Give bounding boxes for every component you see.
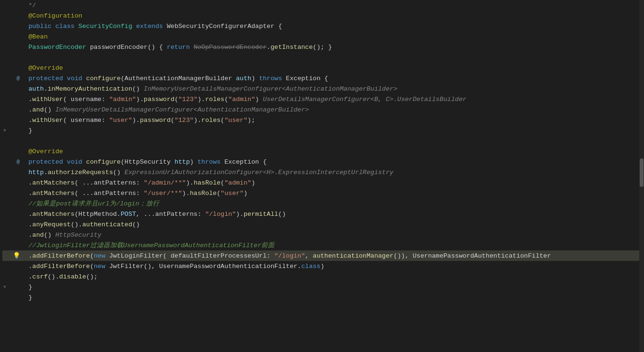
code-line: .addFilterBefore(new JwtFilter(), Userna… [2, 261, 644, 271]
line-text: http.authorizeRequests() ExpressionUrlAu… [26, 169, 644, 176]
code-line: } [2, 292, 644, 303]
fold-arrow-icon[interactable]: ▼ [3, 285, 6, 290]
code-line: */ [2, 0, 644, 10]
line-text: .and() InMemoryUserDetailsManagerConfigu… [26, 106, 644, 113]
line-text [26, 138, 644, 145]
scrollbar[interactable] [639, 0, 644, 352]
code-content: */ @Configuration public class SecurityC… [0, 0, 644, 352]
line-text: .addFilterBefore(new JwtFilter(), Userna… [26, 263, 644, 270]
code-line: @ protected void configure(Authenticatio… [2, 73, 644, 83]
line-text: PasswordEncoder passwordEncoder() { retu… [26, 44, 644, 51]
line-text: protected void configure(AuthenticationM… [26, 75, 644, 82]
code-line: .antMatchers( ...antPatterns: "/admin/**… [2, 177, 644, 188]
code-line: //JwtLoginFilter过滤器加载UsernamePasswordAut… [2, 240, 644, 250]
line-text: } [26, 294, 644, 301]
line-text: @Bean [26, 33, 644, 40]
scrollbar-thumb[interactable] [640, 158, 644, 187]
warning-bulb-icon[interactable]: 💡 [13, 252, 20, 259]
line-text: .addFilterBefore(new JwtLoginFilter( def… [26, 252, 644, 259]
line-text: @Override [26, 65, 644, 72]
line-text: */ [26, 2, 644, 9]
code-line: .withUser( username: "user").password("1… [2, 115, 644, 125]
code-line: .anyRequest().authenticated() [2, 219, 644, 230]
code-line: .withUser( username: "admin").password("… [2, 94, 644, 104]
code-line: .and() InMemoryUserDetailsManagerConfigu… [2, 104, 644, 115]
line-text: protected void configure(HttpSecurity ht… [26, 158, 644, 166]
code-line: 💡 .addFilterBefore(new JwtLoginFilter( d… [2, 250, 644, 261]
line-text: .and() HttpSecurity [26, 232, 644, 239]
code-line [2, 52, 644, 63]
code-line: .antMatchers( ...antPatterns: "/user/**"… [2, 188, 644, 198]
line-text: .antMatchers( ...antPatterns: "/user/**"… [26, 190, 644, 197]
code-line: @Configuration [2, 10, 644, 21]
line-text: @Configuration [26, 12, 644, 19]
line-text: public class SecurityConfig extends WebS… [26, 23, 644, 30]
code-line: //如果是post请求并且url为/login；放行 [2, 198, 644, 209]
line-text: @Override [26, 148, 644, 155]
override-icon: @ [17, 75, 20, 81]
line-text: .antMatchers(HttpMethod.POST, ...antPatt… [26, 211, 644, 218]
code-line: @Override [2, 146, 644, 157]
line-text: .anyRequest().authenticated() [26, 221, 644, 228]
line-text: .withUser( username: "admin").password("… [26, 96, 644, 103]
line-text: } [26, 284, 644, 291]
line-text [26, 54, 644, 61]
code-line: http.authorizeRequests() ExpressionUrlAu… [2, 167, 644, 177]
code-line: @ protected void configure(HttpSecurity … [2, 157, 644, 167]
line-text: //JwtLoginFilter过滤器加载UsernamePasswordAut… [26, 241, 644, 250]
line-text: .antMatchers( ...antPatterns: "/admin/**… [26, 179, 644, 186]
fold-arrow-icon[interactable]: ▼ [3, 128, 6, 133]
override-icon: @ [17, 159, 20, 165]
code-line: .and() HttpSecurity [2, 230, 644, 240]
line-text: //如果是post请求并且url为/login；放行 [26, 199, 644, 208]
code-line: ▼ } [2, 282, 644, 292]
line-text: } [26, 127, 644, 134]
code-editor: */ @Configuration public class SecurityC… [0, 0, 644, 352]
line-gutter: 💡 [2, 252, 26, 259]
code-line: @Override [2, 63, 644, 73]
line-text: .withUser( username: "user").password("1… [26, 117, 644, 124]
code-line: ▼ } [2, 125, 644, 136]
code-line: .antMatchers(HttpMethod.POST, ...antPatt… [2, 209, 644, 219]
line-text: auth.inMemoryAuthentication() InMemoryUs… [26, 85, 644, 93]
code-line: .csrf().disable(); [2, 271, 644, 282]
line-text: .csrf().disable(); [26, 273, 644, 280]
code-line: @Bean [2, 31, 644, 42]
code-line [2, 136, 644, 146]
code-line: auth.inMemoryAuthentication() InMemoryUs… [2, 83, 644, 94]
code-line: public class SecurityConfig extends WebS… [2, 21, 644, 31]
code-line: PasswordEncoder passwordEncoder() { retu… [2, 42, 644, 52]
